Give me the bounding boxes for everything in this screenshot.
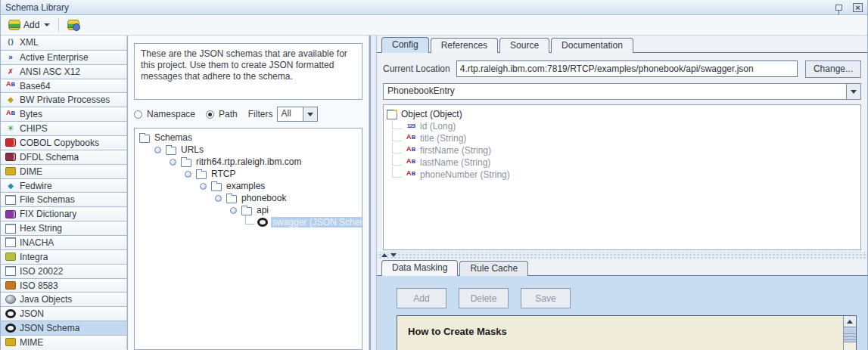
- sidebar-item-dime[interactable]: DIME: [1, 164, 127, 178]
- sidebar-item-chips[interactable]: ✳CHIPS: [1, 121, 127, 135]
- tree-connector: [392, 143, 402, 153]
- object-tree-node[interactable]: AʙphoneNumber (String): [387, 169, 857, 181]
- tree-node[interactable]: URLs: [136, 144, 360, 156]
- delete-mask-button[interactable]: Delete: [459, 288, 509, 308]
- object-tree-node[interactable]: Aʙtitle (String): [387, 132, 857, 144]
- tab-source[interactable]: Source: [499, 38, 549, 53]
- tab-config[interactable]: Config: [381, 37, 429, 53]
- tree-node[interactable]: phonebook: [136, 192, 360, 204]
- tab-data-masking[interactable]: Data Masking: [381, 260, 458, 276]
- add-dropdown-arrow-icon[interactable]: [44, 23, 50, 26]
- scrollbar-thumb[interactable]: [844, 327, 856, 342]
- sidebar-item-fedwire[interactable]: ◆Fedwire: [1, 178, 127, 193]
- tree-node[interactable]: Schemas: [136, 132, 360, 144]
- sidebar-item-base64[interactable]: AʙBase64: [1, 79, 127, 93]
- path-radio[interactable]: [206, 110, 214, 119]
- path-radio-label[interactable]: Path: [219, 109, 238, 119]
- chevron-down-icon: [851, 90, 857, 94]
- scroll-up-button[interactable]: [844, 316, 856, 327]
- tree-node[interactable]: examples: [136, 180, 360, 192]
- sidebar-item-hex-string[interactable]: Hex String: [1, 221, 127, 235]
- split-divider[interactable]: [369, 36, 377, 350]
- sidebar-item-bw-private-processes[interactable]: ◆BW Private Processes: [1, 92, 127, 107]
- sidebar-item-mime[interactable]: MIME: [1, 335, 127, 349]
- sidebar-item-json-schema[interactable]: JSON Schema: [1, 321, 127, 335]
- sidebar-item-integra[interactable]: Integra: [1, 249, 127, 264]
- current-location-row: Current Location Change...: [383, 59, 861, 79]
- help-scrollbar[interactable]: [843, 316, 856, 350]
- data-masking-panel: AddDeleteSave How to Create Masks: [377, 276, 867, 350]
- save-mask-button[interactable]: Save: [521, 288, 571, 308]
- filters-combo-arrow-button[interactable]: [303, 107, 318, 122]
- tab-documentation[interactable]: Documentation: [551, 38, 633, 53]
- sidebar-item-iso-20022[interactable]: ISO 20022: [1, 264, 127, 278]
- sidebar-item-dfdl-schema[interactable]: DFDL Schema: [1, 150, 127, 164]
- add-mask-button[interactable]: Add: [397, 288, 446, 308]
- tree-node-label: api: [255, 205, 270, 215]
- tab-references[interactable]: References: [431, 38, 498, 53]
- object-node-label: title (String): [420, 133, 466, 144]
- folder-icon: [196, 171, 207, 179]
- schema-refresh-button[interactable]: [63, 18, 84, 32]
- type-selector-arrow-button[interactable]: [846, 83, 861, 100]
- tree-node[interactable]: api: [136, 204, 360, 216]
- expand-knob-icon[interactable]: [154, 147, 161, 153]
- sidebar-item-fix-dictionary[interactable]: FIX Dictionary: [1, 206, 127, 221]
- expand-knob-icon[interactable]: [170, 159, 176, 166]
- expand-knob-icon[interactable]: [200, 183, 207, 190]
- sidebar-item-cobol-copybooks[interactable]: COBOL Copybooks: [1, 135, 127, 150]
- sidebar-item-json[interactable]: JSON: [1, 306, 127, 321]
- object-tree-node[interactable]: AʙfirstName (String): [387, 144, 857, 156]
- hex-string-icon: [5, 224, 16, 234]
- sidebar-item-java-objects[interactable]: Java Objects: [1, 292, 127, 306]
- pin-icon[interactable]: [835, 5, 842, 11]
- cobol-book-icon: [5, 138, 16, 147]
- splitter-expand-down-icon[interactable]: [390, 253, 397, 257]
- string-icon: Aʙ: [406, 170, 416, 180]
- schema-url-tree: SchemasURLsritrh64.rtp.raleigh.ibm.comRT…: [134, 128, 362, 350]
- schema-description: These are the JSON schemas that are avai…: [134, 43, 362, 100]
- sidebar-item-label: JSON: [20, 308, 44, 319]
- sidebar-item-inacha[interactable]: INACHA: [1, 235, 127, 249]
- config-panel: ConfigReferencesSourceDocumentation Curr…: [377, 36, 867, 350]
- close-icon[interactable]: ×: [853, 3, 863, 12]
- sidebar-item-bytes[interactable]: AʙBytes: [1, 107, 127, 121]
- add-button[interactable]: Add: [4, 18, 54, 32]
- sidebar-item-iso-8583[interactable]: ISO 8583: [1, 278, 127, 293]
- namespace-radio[interactable]: [134, 110, 142, 119]
- namespace-radio-label[interactable]: Namespace: [147, 109, 195, 119]
- tab-rule-cache[interactable]: Rule Cache: [459, 261, 528, 276]
- sidebar-item-label: Java Objects: [20, 294, 72, 305]
- folder-icon: [211, 183, 222, 191]
- tree-node[interactable]: ritrh64.rtp.raleigh.ibm.com: [136, 156, 360, 168]
- fix-book-icon: [5, 210, 16, 218]
- expand-knob-icon[interactable]: [215, 195, 222, 202]
- sidebar-item-xml[interactable]: ⟨⟩XML: [1, 36, 127, 50]
- sidebar-item-active-enterprise[interactable]: »Active Enterprise: [1, 50, 127, 64]
- type-selector-combo[interactable]: PhonebookEntry: [383, 83, 861, 100]
- sidebar-item-label: JSON Schema: [20, 323, 79, 333]
- sidebar-item-label: Integra: [20, 252, 48, 262]
- filters-label: Filters: [248, 109, 273, 119]
- chips-icon: ✳: [5, 124, 16, 134]
- sidebar-item-label: ISO 8583: [20, 280, 58, 291]
- expand-knob-icon[interactable]: [230, 207, 237, 214]
- horizontal-splitter[interactable]: [377, 252, 867, 259]
- expand-knob-icon[interactable]: [185, 171, 191, 178]
- sidebar-item-label: ISO 20022: [20, 266, 63, 277]
- inacha-icon: [5, 237, 16, 247]
- tree-node[interactable]: swagger (JSON Schema): [136, 216, 360, 228]
- folder-icon: [241, 207, 252, 215]
- schema-type-list: ⟨⟩XML»Active Enterprise✗ANSI ASC X12AʙBa…: [1, 36, 128, 350]
- current-location-input[interactable]: [456, 60, 798, 77]
- splitter-expand-up-icon[interactable]: [381, 253, 387, 257]
- object-tree-node[interactable]: AʙlastName (String): [387, 156, 857, 169]
- object-tree-node[interactable]: 123id (Long): [387, 120, 857, 132]
- tree-node[interactable]: RTCP: [136, 168, 360, 180]
- filters-combo[interactable]: All: [277, 107, 318, 122]
- object-tree-node[interactable]: Object (Object): [387, 108, 857, 120]
- sidebar-item-ansi-asc-x12[interactable]: ✗ANSI ASC X12: [1, 64, 127, 79]
- chevron-down-icon: [307, 113, 313, 116]
- change-location-button[interactable]: Change...: [805, 60, 861, 78]
- sidebar-item-file-schemas[interactable]: File Schemas: [1, 192, 127, 206]
